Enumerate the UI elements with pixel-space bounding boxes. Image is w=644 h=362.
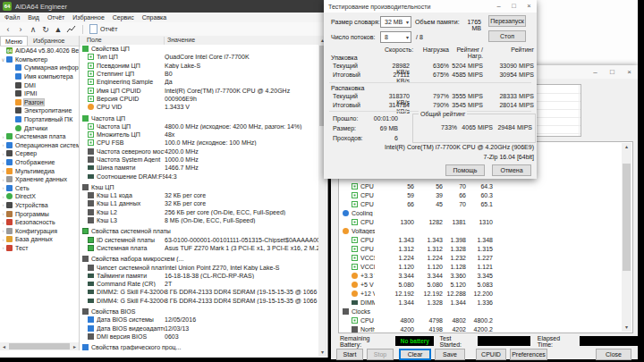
scroll-down-icon[interactable]: ▾ — [321, 349, 324, 357]
statistics-scrollbar[interactable]: ▴ ▾ — [622, 143, 631, 332]
table-row[interactable]: Соотношение DRAM:FSB44:3 — [80, 172, 318, 180]
table-row[interactable]: Степпинг ЦПB0 — [80, 70, 318, 78]
table-row[interactable]: Кэш L1 данных32 КБ per core — [80, 199, 318, 207]
expand-arrow-icon[interactable]: › — [0, 160, 6, 165]
section-row[interactable]: Кэш ЦП — [80, 183, 318, 191]
maximize-icon[interactable]: □ — [604, 65, 621, 79]
forward-icon[interactable]: › — [16, 24, 25, 35]
expand-arrow-icon[interactable]: › — [0, 134, 6, 139]
scroll-left-icon[interactable]: ◂ — [0, 343, 8, 349]
tree-item[interactable]: ›Отображение — [0, 158, 79, 167]
menu-item-Избранное[interactable]: Избранное — [72, 14, 104, 21]
scrollbar-thumb[interactable] — [623, 164, 631, 271]
table-row[interactable]: DMI версия BIOS0603 — [80, 333, 318, 341]
expand-arrow-icon[interactable]: › — [0, 185, 6, 190]
expand-arrow-icon[interactable]: › — [0, 168, 6, 173]
tree-item[interactable]: ›Операционная система — [0, 141, 79, 150]
table-row[interactable]: Версия CPUID000906E9h — [80, 95, 318, 103]
table-row[interactable]: CPU FSB100.0 MHz (исходное: 100 MHz) — [80, 139, 318, 147]
menu-item-Файл[interactable]: Файл — [4, 14, 20, 21]
tree-item[interactable]: ›Мультимедиа — [0, 166, 79, 175]
sidebar-hscrollbar[interactable]: ◂ ▸ — [0, 342, 79, 350]
menu-item-Справка[interactable]: Справка — [142, 14, 166, 21]
tree-item[interactable]: ›DirectX — [0, 192, 79, 201]
tree-item[interactable]: Разгон — [0, 98, 79, 107]
stats-row[interactable]: VCCSA1.2241.2241.2321.227 — [339, 253, 632, 262]
stats-section-row[interactable]: Clocks — [339, 307, 632, 316]
clear-button[interactable]: Clear — [399, 349, 431, 360]
table-row[interactable]: Engineering SampleДа — [80, 78, 318, 86]
benchmark-titlebar[interactable]: Тестирование производительности – □ × — [324, 0, 537, 13]
tree-item[interactable]: ∨Компьютер — [0, 55, 79, 64]
cpuid-button[interactable]: CPUID — [476, 349, 506, 360]
minimize-icon[interactable]: – — [491, 0, 506, 13]
section-row[interactable]: Свойства графического проц... — [80, 343, 318, 351]
start-button[interactable]: Start — [336, 349, 363, 360]
close-icon[interactable]: × — [521, 0, 537, 13]
restart-button[interactable]: Перезапуск — [488, 15, 526, 27]
tree-item[interactable]: Электропитание — [0, 106, 79, 115]
tree-item[interactable]: 64AIDA64 v5.80.4026 Beta — [0, 46, 79, 55]
tree-item[interactable]: ›Системная плата — [0, 132, 79, 141]
user-icon[interactable]: ▲ — [54, 24, 63, 35]
tree-item[interactable]: ›Конфигурация — [0, 226, 79, 235]
section-row[interactable]: Свойства ЦП — [80, 45, 318, 53]
tree-item[interactable]: ›Тест — [0, 244, 79, 253]
table-row[interactable]: Частота System Agent1000.0 MHz — [80, 156, 318, 164]
expand-arrow-icon[interactable]: › — [0, 211, 6, 216]
table-row[interactable]: Дата BIOS видеоадаптера12/03/13 — [80, 324, 318, 333]
table-row[interactable]: Command Rate (CR)2T — [80, 280, 318, 288]
tree-item[interactable]: IPMI — [0, 89, 79, 98]
expand-arrow-icon[interactable]: › — [0, 194, 6, 199]
tree-item[interactable]: Датчики — [0, 123, 79, 132]
stats-row[interactable]: CPU Core #359396660.3 — [339, 190, 632, 199]
stats-row[interactable]: CPU Clock4800479848024800.2 — [339, 316, 632, 324]
table-row[interactable]: Тайминги памяти16-18-18-38 (CL-RCD-RP-RA… — [80, 272, 318, 280]
maximize-icon[interactable]: □ — [506, 0, 521, 13]
tree-item[interactable]: ›Устройства — [0, 201, 79, 210]
table-row[interactable]: Частота северного моста4200.0 MHz — [80, 147, 318, 156]
table-row[interactable]: ID системной платы63-0100-000001-0010111… — [80, 236, 318, 244]
aida64-titlebar[interactable]: 64 AIDA64 Engineer — [0, 0, 327, 13]
scroll-right-icon[interactable]: ▸ — [71, 343, 79, 349]
stats-row[interactable]: VCCIO1.1201.1201.1281.121 — [339, 262, 632, 271]
section-row[interactable]: Свойства системной платы — [80, 227, 318, 235]
tree-item[interactable]: ›Сеть — [0, 184, 79, 193]
expand-arrow-icon[interactable]: › — [0, 237, 6, 242]
table-row[interactable]: Тип ЦПQuadCore Intel Core i7-7700K — [80, 53, 318, 61]
close-button[interactable]: Close — [596, 349, 631, 360]
stats-row[interactable]: +12 V12.19212.19212.28812.200 — [339, 289, 632, 298]
up-icon[interactable]: ∧ — [29, 24, 38, 35]
expand-arrow-icon[interactable]: › — [0, 177, 6, 182]
tree-item[interactable]: ›Сервер — [0, 149, 79, 158]
expand-arrow-icon[interactable]: › — [0, 202, 6, 207]
expand-arrow-icon[interactable]: › — [0, 151, 6, 156]
stop-button[interactable]: Стоп — [488, 30, 526, 42]
table-row[interactable]: Кэш L2256 КБ per core (On-Die, ECC, Full… — [80, 208, 318, 216]
dictionary-size-select[interactable]: 32 MB▾ — [380, 16, 411, 28]
table-row[interactable]: Имя ЦП CPUIDIntel(R) Core(TM) i7-7700K C… — [80, 86, 318, 94]
scroll-up-icon[interactable]: ▴ — [625, 143, 628, 151]
stats-row[interactable]: CPU1300128213811310 — [339, 217, 632, 226]
section-row[interactable]: Свойства BIOS — [80, 307, 318, 316]
stats-row[interactable]: +5 V5.0805.0805.1205.083 — [339, 280, 632, 289]
expand-arrow-icon[interactable]: ∨ — [0, 56, 6, 63]
table-row[interactable]: Шина памяти1466.7 MHz — [80, 164, 318, 172]
back-icon[interactable]: ‹ — [4, 24, 13, 35]
stats-section-row[interactable]: Cooling Fans — [339, 208, 632, 217]
stats-row[interactable]: CPU Core1.3121.3121.3281.315 — [339, 244, 632, 253]
table-row[interactable]: Системная платаAsus TUF Z270 Mark 1 (3 P… — [80, 244, 318, 252]
threads-select[interactable]: 8▾ — [380, 31, 411, 43]
tree-item[interactable]: ›База данных — [0, 235, 79, 244]
report-button[interactable]: Отчёт — [89, 24, 117, 34]
table-row[interactable]: Множитель ЦП48x — [80, 130, 318, 139]
table-row[interactable]: DIMM2: G Skill F4-3200C16-...8 ГБ DDR4-2… — [80, 288, 318, 296]
tree-item[interactable]: ›Безопасность — [0, 218, 79, 227]
close-icon[interactable]: × — [621, 65, 638, 79]
stats-row[interactable]: CPU Core #466457065.1 — [339, 199, 632, 208]
scroll-down-icon[interactable]: ▾ — [625, 324, 628, 332]
table-row[interactable]: Псевдоним ЦПKaby Lake-S — [80, 62, 318, 70]
cancel-button[interactable]: Отмена — [492, 164, 531, 176]
menu-item-Отчёт[interactable]: Отчёт — [47, 14, 64, 21]
stats-row[interactable]: DIMM1.3441.3281.3441.336 — [339, 298, 632, 307]
